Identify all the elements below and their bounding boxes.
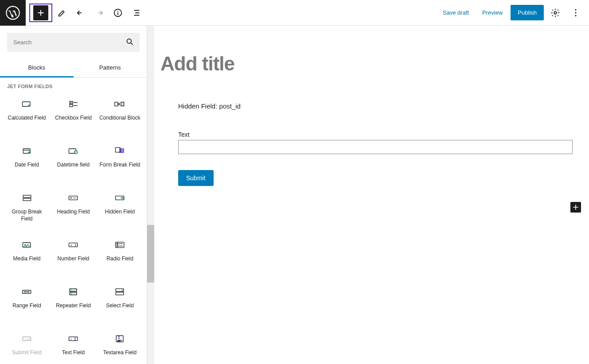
wordpress-icon <box>6 6 20 20</box>
svg-rect-23 <box>23 195 31 197</box>
block-item-label: Range Field <box>12 302 41 310</box>
toolbar-left <box>26 4 145 22</box>
svg-text:2: 2 <box>70 292 72 295</box>
svg-point-34 <box>117 244 117 244</box>
block-item-heading[interactable]: Heading Field <box>50 186 97 231</box>
block-item-conditional[interactable]: Conditional Block <box>97 93 143 137</box>
settings-button[interactable] <box>546 4 564 22</box>
form-submit-button[interactable]: Submit <box>178 170 214 186</box>
search-input[interactable] <box>7 33 140 52</box>
save-draft-button[interactable]: Save draft <box>437 6 474 19</box>
dots-vertical-icon <box>571 8 581 18</box>
svg-point-2 <box>117 11 118 12</box>
inserter-tabs: Blocks Patterns <box>0 59 147 77</box>
block-item-label: Form Break Field <box>99 162 140 169</box>
block-item-repeater[interactable]: 12Repeater Field <box>50 280 97 325</box>
block-item-range[interactable]: Range Field <box>4 280 50 325</box>
block-item-label: Text Field <box>62 349 85 356</box>
search-wrap <box>0 26 147 59</box>
add-block-button[interactable] <box>33 5 48 20</box>
svg-point-16 <box>28 151 30 154</box>
svg-text:SUBMIT: SUBMIT <box>24 338 33 341</box>
editor-canvas[interactable]: Add title Hidden Field: post_id Text Sub… <box>154 26 589 364</box>
block-item-media[interactable]: Media Field <box>4 233 50 278</box>
block-item-label: Media Field <box>13 256 40 263</box>
list-icon <box>132 8 141 18</box>
block-item-textarea[interactable]: Textarea Field <box>97 327 143 364</box>
undo-button[interactable] <box>72 4 90 22</box>
svg-rect-13 <box>114 102 117 106</box>
undo-icon <box>76 8 86 18</box>
sidebar-scroll[interactable]: JET FORM FIELDS Calculated FieldCheckbox… <box>0 77 147 364</box>
block-item-label: Select Field <box>106 302 134 310</box>
text-field-input[interactable] <box>178 140 573 154</box>
block-item-select[interactable]: Select Field <box>97 280 143 325</box>
block-item-label: Group Break Field <box>6 209 47 222</box>
sidebar-scrollbar[interactable] <box>147 26 154 364</box>
block-item-submit: SUBMITSubmit Field <box>4 327 50 364</box>
edit-mode-button[interactable] <box>53 4 71 22</box>
preview-button[interactable]: Preview <box>477 6 508 19</box>
block-item-label: Hidden Field <box>105 209 135 216</box>
svg-point-38 <box>27 291 29 293</box>
block-item-label: Datetime field <box>57 162 90 169</box>
block-item-number[interactable]: 4Number Field <box>50 233 97 278</box>
gear-icon <box>550 8 560 18</box>
block-item-groupbreak[interactable]: Group Break Field <box>4 186 50 231</box>
svg-text:A: A <box>70 337 72 341</box>
block-item-calculated[interactable]: Calculated Field <box>4 93 50 137</box>
info-icon <box>113 8 123 18</box>
block-item-label: Date Field <box>15 162 39 169</box>
hidden-field-block[interactable]: Hidden Field: post_id <box>178 87 573 120</box>
svg-rect-24 <box>23 198 31 201</box>
block-item-radio[interactable]: Radio Field <box>97 233 143 278</box>
pencil-icon <box>57 8 67 18</box>
more-options-button[interactable] <box>567 4 585 22</box>
post-title-input[interactable]: Add title <box>160 50 589 87</box>
wordpress-logo[interactable] <box>0 0 26 26</box>
editor-topbar: Save draft Preview Publish <box>0 0 589 26</box>
block-item-label: Textarea Field <box>103 349 137 356</box>
block-item-label: Submit Field <box>12 349 42 356</box>
block-item-formbreak[interactable]: 1Form Break Field <box>97 139 143 184</box>
block-item-label: Checkbox Field <box>55 115 92 122</box>
svg-point-6 <box>575 12 577 13</box>
block-item-hidden[interactable]: Hidden Field <box>97 186 143 231</box>
plus-icon <box>36 8 46 18</box>
block-item-label: Calculated Field <box>8 115 46 122</box>
block-item-label: Number Field <box>57 256 89 263</box>
section-title: JET FORM FIELDS <box>0 77 147 93</box>
svg-point-7 <box>575 15 577 16</box>
publish-button[interactable]: Publish <box>511 5 544 20</box>
svg-point-5 <box>575 9 577 11</box>
block-item-datetime[interactable]: Datetime field <box>50 139 97 184</box>
outline-button[interactable] <box>128 4 145 22</box>
tab-blocks[interactable]: Blocks <box>0 59 74 77</box>
block-item-text[interactable]: AText Field <box>50 327 97 364</box>
block-item-label: Repeater Field <box>56 302 91 310</box>
svg-point-4 <box>554 12 557 14</box>
canvas-inner: Add title Hidden Field: post_id Text Sub… <box>160 50 589 186</box>
svg-point-35 <box>117 245 118 247</box>
tab-patterns[interactable]: Patterns <box>74 59 147 77</box>
svg-text:1: 1 <box>70 289 72 291</box>
svg-rect-44 <box>116 292 124 295</box>
tab-blocks-label: Blocks <box>28 64 45 71</box>
block-item-label: Radio Field <box>106 256 133 263</box>
svg-point-0 <box>6 6 19 19</box>
search-icon <box>125 37 134 47</box>
form-area: Hidden Field: post_id Text Submit <box>160 87 573 186</box>
redo-button[interactable] <box>90 4 108 22</box>
plus-icon <box>571 203 580 212</box>
info-button[interactable] <box>109 4 127 22</box>
svg-rect-12 <box>70 105 73 107</box>
block-inserter-sidebar: Blocks Patterns JET FORM FIELDS Calculat… <box>0 26 147 364</box>
svg-rect-14 <box>121 102 124 106</box>
scrollbar-thumb[interactable] <box>147 225 154 283</box>
floating-add-block-button[interactable] <box>570 202 581 213</box>
block-item-date[interactable]: Date Field <box>4 139 50 184</box>
redo-icon <box>94 8 104 18</box>
block-item-checkbox[interactable]: Checkbox Field <box>50 93 97 137</box>
svg-point-37 <box>24 291 26 293</box>
svg-text:4: 4 <box>70 244 72 247</box>
